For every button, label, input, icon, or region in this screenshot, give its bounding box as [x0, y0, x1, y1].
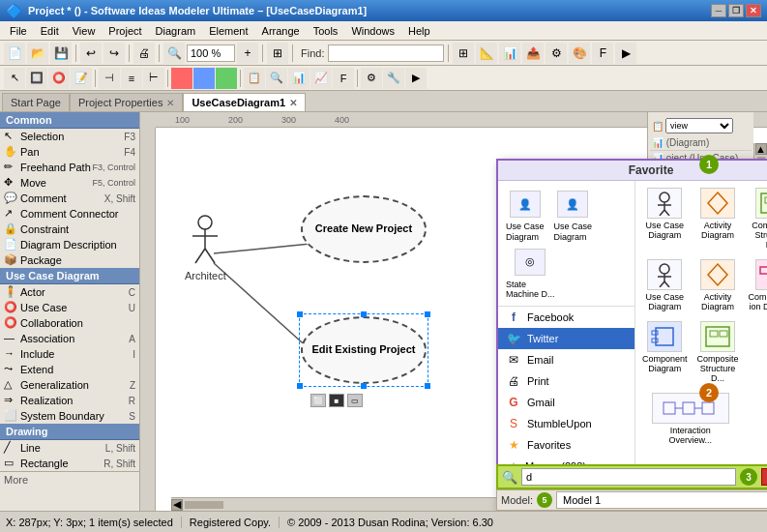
- view-btn5[interactable]: F: [333, 68, 354, 89]
- handle-br[interactable]: [425, 383, 430, 389]
- more-button[interactable]: More: [0, 471, 139, 488]
- redo-btn[interactable]: ↪: [103, 43, 125, 64]
- color3[interactable]: [216, 68, 237, 89]
- find-input[interactable]: [328, 44, 444, 62]
- handle-tm[interactable]: [361, 311, 367, 317]
- new-btn[interactable]: 📄: [4, 43, 25, 64]
- tab-usecase-close[interactable]: ✕: [289, 98, 297, 108]
- menu-help[interactable]: Help: [402, 23, 436, 39]
- export-btn[interactable]: 📤: [522, 43, 544, 64]
- menu-tools[interactable]: Tools: [308, 23, 344, 39]
- snap-btn[interactable]: 📐: [476, 43, 497, 64]
- extra-btn2[interactable]: 🔧: [383, 68, 404, 89]
- color1[interactable]: [171, 68, 192, 89]
- tool-line[interactable]: ╱ Line L, Shift: [0, 440, 139, 456]
- left-diagram-item1[interactable]: 👤 Use CaseDiagram: [502, 189, 548, 245]
- tool-include[interactable]: → Include I: [0, 346, 139, 362]
- tool-generalization[interactable]: △ Generalization Z: [0, 377, 139, 393]
- tool3[interactable]: ⭕: [48, 68, 70, 89]
- grid-btn[interactable]: ⊞: [453, 43, 474, 64]
- tab-usecase-diagram[interactable]: UseCaseDiagram1 ✕: [183, 93, 306, 111]
- open-btn[interactable]: 📂: [27, 43, 48, 64]
- fav-usecase1[interactable]: Use CaseDiagram: [639, 185, 691, 252]
- actor-architect[interactable]: Architect: [185, 215, 226, 281]
- fav-communication[interactable]: Communication Diagram: [745, 256, 767, 314]
- handle-tr[interactable]: [425, 311, 430, 317]
- menu-diagram[interactable]: Diagram: [150, 23, 202, 39]
- print-btn[interactable]: 🖨: [133, 43, 155, 64]
- zoom-out-btn[interactable]: 🔍: [163, 43, 185, 64]
- social-twitter[interactable]: 🐦 Twitter: [498, 328, 634, 349]
- ctrl-btn2[interactable]: ■: [329, 394, 344, 407]
- tool-usecase[interactable]: ⭕ Use Case U: [0, 300, 139, 315]
- font-btn[interactable]: F: [592, 43, 613, 64]
- menu-file[interactable]: File: [4, 23, 33, 39]
- zoom-in-btn[interactable]: +: [237, 43, 258, 64]
- settings-btn[interactable]: ⚙: [546, 43, 567, 64]
- diagram-btn[interactable]: 📊: [499, 43, 520, 64]
- scroll-thumb-h[interactable]: [185, 501, 223, 509]
- view-btn4[interactable]: 📈: [310, 68, 332, 89]
- fav-component[interactable]: ComponentDiagram: [639, 318, 691, 386]
- tool-selection[interactable]: ↖ Selection F3: [0, 129, 139, 144]
- more2-btn[interactable]: ▶: [615, 43, 636, 64]
- menu-view[interactable]: View: [67, 23, 102, 39]
- menu-edit[interactable]: Edit: [35, 23, 65, 39]
- fav-usecase2[interactable]: Use CaseDiagram: [639, 256, 691, 314]
- ctrl-btn1[interactable]: ⬜: [310, 394, 326, 407]
- select-tool[interactable]: ↖: [4, 68, 25, 89]
- right-view-select[interactable]: view: [665, 118, 733, 133]
- align-left[interactable]: ⊣: [99, 68, 120, 89]
- social-email[interactable]: ✉ Email: [498, 349, 634, 370]
- model-select[interactable]: Model 1: [556, 491, 767, 509]
- left-diagram-item2[interactable]: 👤 Use CaseDiagram: [550, 189, 597, 245]
- tab-project-properties-close[interactable]: ✕: [166, 98, 174, 108]
- tool-extend[interactable]: ⤳ Extend: [0, 362, 139, 377]
- fav-activity1[interactable]: ActivityDiagram: [693, 185, 741, 252]
- social-favorites[interactable]: ★ Favorites: [498, 434, 634, 456]
- tab-project-properties[interactable]: Project Properties ✕: [70, 93, 183, 111]
- search-overlay-input[interactable]: [521, 468, 736, 486]
- extra-btn3[interactable]: ▶: [405, 68, 427, 89]
- restore-btn[interactable]: ❐: [728, 4, 744, 17]
- style-btn[interactable]: 🎨: [569, 43, 590, 64]
- tool-system-boundary[interactable]: ⬜ System Boundary S: [0, 408, 139, 424]
- search-close-button[interactable]: ×: [761, 468, 767, 486]
- save-btn[interactable]: 💾: [50, 43, 72, 64]
- menu-arrange[interactable]: Arrange: [256, 23, 306, 39]
- left-diagram-item3[interactable]: ◎ StateMachine D...: [502, 247, 559, 303]
- align-center[interactable]: ≡: [121, 68, 142, 89]
- tool-association[interactable]: — Association A: [0, 331, 139, 346]
- color2[interactable]: [193, 68, 215, 89]
- tool-actor[interactable]: 🧍 Actor C: [0, 284, 139, 300]
- tool-diagram-description[interactable]: 📄 Diagram Description: [0, 237, 139, 252]
- tool-package[interactable]: 📦 Package: [0, 252, 139, 268]
- tool-collaboration[interactable]: ⭕ Collaboration: [0, 315, 139, 331]
- tool-realization[interactable]: ⇒ Realization R: [0, 393, 139, 408]
- fav-activity2[interactable]: ActivityDiagram: [693, 256, 741, 314]
- fav-interaction-overview[interactable]: InteractionOverview...: [639, 390, 742, 448]
- social-print[interactable]: 🖨 Print: [498, 370, 634, 392]
- fit-btn[interactable]: ⊞: [267, 43, 288, 64]
- extra-btn1[interactable]: ⚙: [361, 68, 382, 89]
- tool2[interactable]: 🔲: [26, 68, 47, 89]
- tool-move[interactable]: ✥ Move F5, Control: [0, 175, 139, 191]
- zoom-display[interactable]: 100 %: [187, 44, 235, 62]
- menu-windows[interactable]: Windows: [345, 23, 400, 39]
- minimize-btn[interactable]: ─: [711, 4, 726, 17]
- tool-comment-connector[interactable]: ↗ Comment Connector: [0, 206, 139, 222]
- handle-bm[interactable]: [361, 383, 367, 389]
- handle-tl[interactable]: [297, 311, 303, 317]
- right-item-view[interactable]: 📋 view: [650, 116, 752, 135]
- ctrl-btn3[interactable]: ▭: [347, 394, 363, 407]
- tool-rectangle[interactable]: ▭ Rectangle R, Shift: [0, 456, 139, 471]
- tab-start-page[interactable]: Start Page: [2, 93, 70, 111]
- social-facebook[interactable]: f Facebook: [498, 307, 634, 328]
- right-item-diagram[interactable]: 📊 (Diagram): [650, 135, 752, 151]
- usecase-create-project[interactable]: Create New Project: [301, 195, 427, 263]
- fav-composite2[interactable]: CompositeStructure D...: [693, 318, 741, 386]
- view-btn1[interactable]: 📋: [244, 68, 265, 89]
- align-right[interactable]: ⊢: [143, 68, 164, 89]
- fav-composite1[interactable]: CompositeStructure D...: [745, 185, 767, 252]
- social-gmail[interactable]: G Gmail: [498, 392, 634, 413]
